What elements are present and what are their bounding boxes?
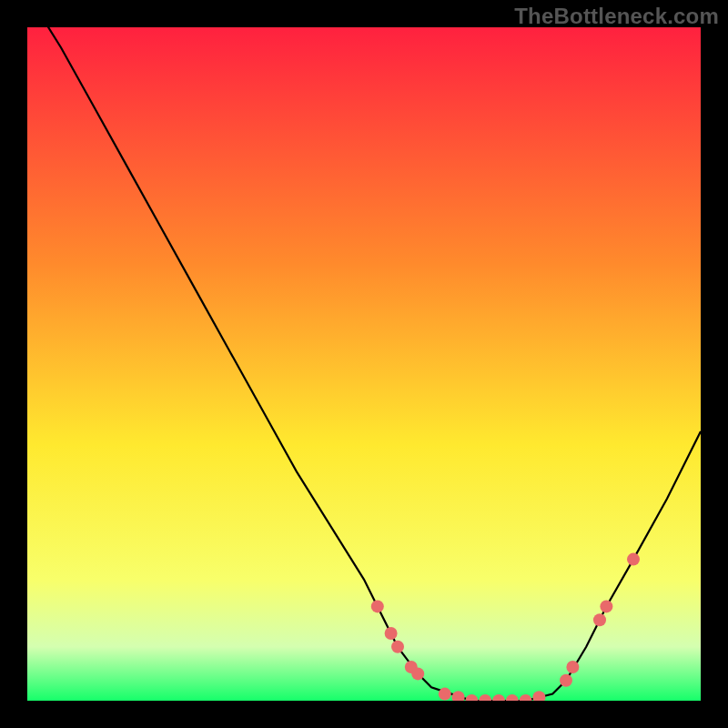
data-point <box>371 600 384 612</box>
gradient-background <box>27 27 701 701</box>
data-point <box>593 613 606 626</box>
data-point <box>560 674 572 687</box>
data-point <box>627 553 640 566</box>
data-point <box>600 600 612 612</box>
data-point <box>385 627 398 640</box>
chart-svg <box>27 27 701 701</box>
chart-frame: TheBottleneck.com <box>0 0 728 728</box>
data-point <box>439 688 451 701</box>
plot-area <box>27 27 701 701</box>
watermark-text: TheBottleneck.com <box>514 4 719 29</box>
data-point <box>411 667 424 680</box>
data-point <box>566 661 579 673</box>
data-point <box>391 641 404 653</box>
